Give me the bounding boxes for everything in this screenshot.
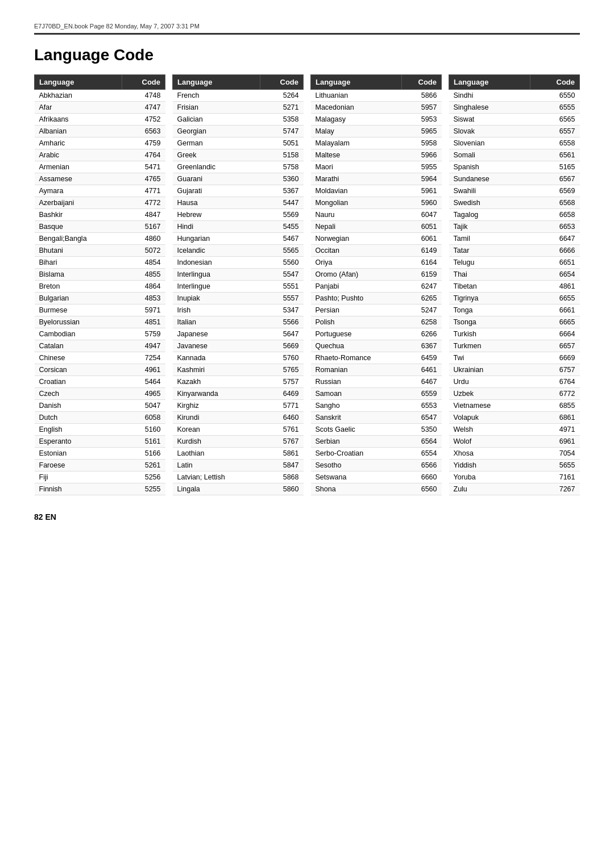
language-cell: Hungarian (173, 233, 260, 245)
language-table-1: Language Code Abkhazian4748Afar4747Afrik… (34, 74, 165, 495)
code-cell: 6664 (530, 328, 580, 340)
language-cell: Basque (35, 221, 122, 233)
table-row: Wolof6961 (449, 436, 580, 448)
table-row: Marathi5964 (311, 173, 442, 185)
language-cell: Burmese (35, 304, 122, 316)
table-row: Russian6467 (311, 376, 442, 388)
table-row: Afar4747 (35, 102, 165, 114)
table-row: Assamese4765 (35, 173, 165, 185)
language-cell: Abkhazian (35, 90, 122, 102)
code-cell: 5765 (260, 364, 303, 376)
code-cell: 6460 (260, 412, 303, 424)
language-cell: Kinyarwanda (173, 388, 260, 400)
language-cell: Bhutani (35, 245, 122, 257)
language-cell: Samoan (311, 388, 402, 400)
code-cell: 6164 (402, 257, 442, 269)
language-cell: Kashmiri (173, 364, 260, 376)
table-row: Maltese5966 (311, 149, 442, 161)
table-row: Interlingue5551 (173, 281, 304, 293)
col-header-language-4: Language (449, 75, 530, 90)
language-cell: Norwegian (311, 233, 402, 245)
language-cell: Portuguese (311, 328, 402, 340)
table-row: Kannada5760 (173, 352, 304, 364)
table-row: Kirundi6460 (173, 412, 304, 424)
table-row: Bihari4854 (35, 257, 165, 269)
language-cell: Hausa (173, 197, 260, 209)
table-row: Bislama4855 (35, 269, 165, 281)
language-cell: Arabic (35, 149, 122, 161)
code-cell: 5165 (530, 161, 580, 173)
language-cell: Latin (173, 460, 260, 471)
code-cell: 4747 (122, 102, 165, 114)
code-cell: 6265 (402, 293, 442, 304)
col-header-code-1: Code (122, 75, 165, 90)
language-cell: Latvian; Lettish (173, 471, 260, 483)
code-cell: 6647 (530, 233, 580, 245)
page-title: Language Code (34, 46, 580, 64)
code-cell: 5547 (260, 269, 303, 281)
language-cell: Javanese (173, 340, 260, 352)
language-table-3: Language Code Lithuanian5866Macedonian59… (310, 74, 442, 495)
col-header-code-2: Code (260, 75, 303, 90)
table-row: Czech4965 (35, 388, 165, 400)
language-cell: Russian (311, 376, 402, 388)
table-row: Tibetan4861 (449, 281, 580, 293)
language-cell: Shona (311, 483, 402, 495)
language-cell: Assamese (35, 173, 122, 185)
table-row: Sundanese6567 (449, 173, 580, 185)
code-cell: 6553 (402, 400, 442, 412)
table-row: Samoan6559 (311, 388, 442, 400)
language-cell: Mongolian (311, 197, 402, 209)
code-cell: 6757 (530, 364, 580, 376)
code-cell: 5847 (260, 460, 303, 471)
language-cell: Serbian (311, 436, 402, 448)
language-cell: Sundanese (449, 173, 530, 185)
code-cell: 6550 (530, 90, 580, 102)
table-row: Laothian5861 (173, 448, 304, 460)
code-cell: 4772 (122, 197, 165, 209)
table-row: Romanian6461 (311, 364, 442, 376)
table-row: Basque5167 (35, 221, 165, 233)
table-row: German5051 (173, 137, 304, 149)
table-row: Uzbek6772 (449, 388, 580, 400)
language-cell: Dutch (35, 412, 122, 424)
table-row: Siswat6565 (449, 114, 580, 126)
language-cell: Sangho (311, 400, 402, 412)
language-cell: French (173, 90, 260, 102)
code-cell: 6557 (530, 126, 580, 137)
language-cell: Tagalog (449, 209, 530, 221)
table-row: Armenian5471 (35, 161, 165, 173)
page-footer: 82 EN (34, 512, 580, 521)
code-cell: 6655 (530, 293, 580, 304)
code-cell: 5961 (402, 185, 442, 197)
language-cell: Malagasy (311, 114, 402, 126)
language-cell: Italian (173, 316, 260, 328)
language-cell: Amharic (35, 137, 122, 149)
code-cell: 6558 (530, 137, 580, 149)
code-cell: 5264 (260, 90, 303, 102)
table-row: Greek5158 (173, 149, 304, 161)
table-row: Malagasy5953 (311, 114, 442, 126)
language-cell: Galician (173, 114, 260, 126)
table-row: Chinese7254 (35, 352, 165, 364)
language-cell: Tajik (449, 221, 530, 233)
table-row: Nepali6051 (311, 221, 442, 233)
header-text: E7J70BD_EN.book Page 82 Monday, May 7, 2… (34, 23, 200, 30)
table-row: Pashto; Pushto6265 (311, 293, 442, 304)
language-cell: Lingala (173, 483, 260, 495)
language-cell: Yoruba (449, 471, 530, 483)
code-cell: 6855 (530, 400, 580, 412)
code-cell: 6861 (530, 412, 580, 424)
table-row: Albanian6563 (35, 126, 165, 137)
language-cell: Greenlandic (173, 161, 260, 173)
table-row: Arabic4764 (35, 149, 165, 161)
language-cell: Macedonian (311, 102, 402, 114)
language-cell: Interlingue (173, 281, 260, 293)
language-cell: Fiji (35, 471, 122, 483)
language-cell: Thai (449, 269, 530, 281)
code-cell: 5569 (260, 209, 303, 221)
code-cell: 6247 (402, 281, 442, 293)
language-cell: Danish (35, 400, 122, 412)
language-cell: Setswana (311, 471, 402, 483)
code-cell: 7267 (530, 483, 580, 495)
